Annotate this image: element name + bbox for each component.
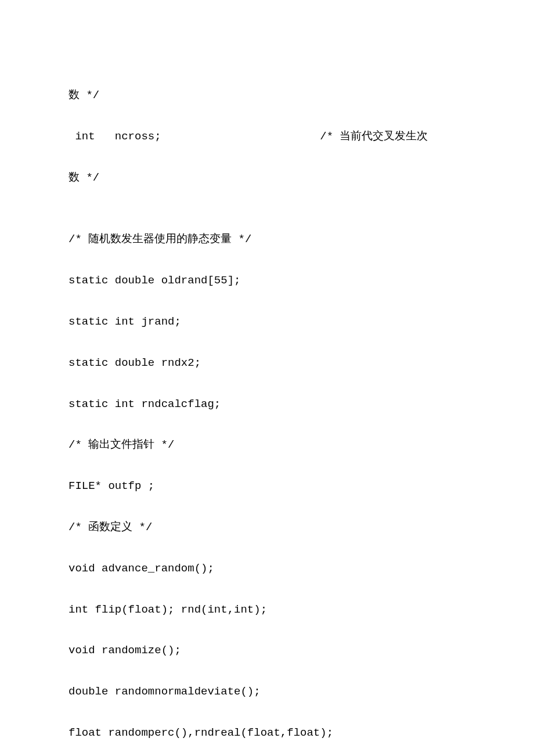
code-line: /* 随机数发生器使用的静态变量 */ xyxy=(68,229,470,250)
code-line: 数 */ xyxy=(68,85,470,106)
document-page: 数 */ int ncross; /* 当前代交叉发生次 数 */ /* 随机数… xyxy=(0,0,534,756)
code-line: void advance_random(); xyxy=(68,559,470,579)
code-line: double randomnormaldeviate(); xyxy=(68,682,470,702)
code-line: void randomize(); xyxy=(68,640,470,661)
code-line: float randomperc(),rndreal(float,float); xyxy=(68,723,470,743)
code-line: static double oldrand[55]; xyxy=(68,271,470,291)
code-line: 数 */ xyxy=(68,168,470,188)
code-line: static int jrand; xyxy=(68,312,470,332)
code-line: /* 函数定义 */ xyxy=(68,517,470,538)
code-line: FILE* outfp ; xyxy=(68,476,470,496)
code-line: static int rndcalcflag; xyxy=(68,394,470,415)
code-line: int flip(float); rnd(int,int); xyxy=(68,600,470,620)
code-line: /* 输出文件指针 */ xyxy=(68,435,470,455)
code-line: int ncross; /* 当前代交叉发生次 xyxy=(68,127,470,147)
code-line: static double rndx2; xyxy=(68,353,470,373)
